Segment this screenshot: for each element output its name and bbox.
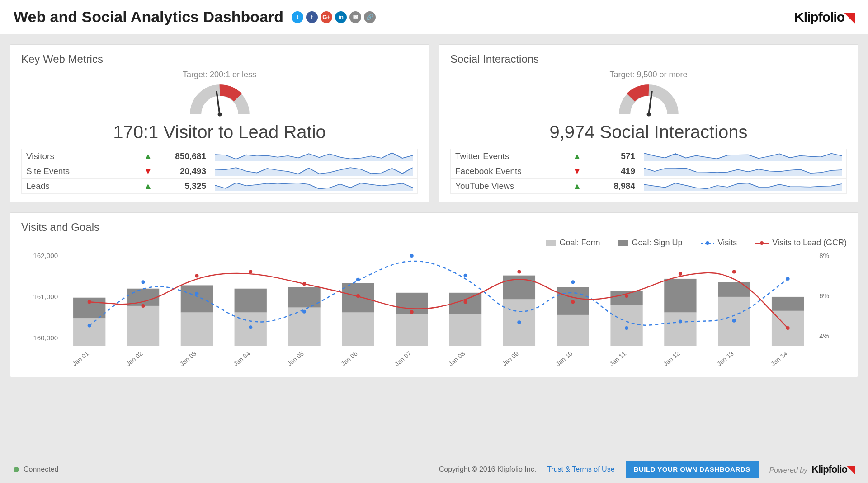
metric-label: Twitter Events [455, 151, 568, 161]
svg-point-65 [571, 280, 575, 284]
trend-up-icon: ▲ [144, 151, 152, 161]
metric-value: 5,325 [156, 181, 206, 191]
svg-text:Jan 07: Jan 07 [393, 350, 413, 367]
svg-point-79 [571, 300, 575, 304]
svg-rect-47 [664, 312, 696, 346]
svg-point-5 [706, 241, 709, 245]
trend-down-icon: ▼ [144, 166, 152, 176]
svg-text:Jan 01: Jan 01 [71, 350, 90, 367]
metric-row: Twitter Events ▲ 571 [450, 149, 847, 164]
svg-point-78 [517, 270, 521, 274]
metric-value: 419 [585, 166, 635, 176]
svg-rect-24 [235, 289, 267, 313]
svg-text:162,000: 162,000 [33, 252, 58, 259]
gauge-social [450, 82, 847, 118]
metric-row: YouTube Views ▲ 8,984 [450, 179, 847, 194]
legend-visits: Visits [701, 238, 737, 248]
metric-value: 850,681 [156, 151, 206, 161]
cta-button[interactable]: BUILD YOUR OWN DASHBOARDS [626, 461, 759, 478]
metric-label: Leads [26, 181, 139, 191]
copyright: Copyright © 2016 Klipfolio Inc. [439, 465, 536, 474]
trend-up-icon: ▲ [573, 181, 581, 191]
metric-label: Site Events [26, 166, 139, 176]
chart-legend: Goal: Form Goal: Sign Up Visits Visits t… [21, 238, 847, 248]
sparkline [644, 150, 842, 162]
terms-link[interactable]: Trust & Terms of Use [547, 465, 614, 474]
link-icon[interactable]: 🔗 [364, 11, 376, 23]
legend-goal-signup: Goal: Sign Up [618, 238, 683, 248]
svg-rect-21 [181, 285, 213, 312]
svg-text:Jan 02: Jan 02 [124, 350, 144, 367]
svg-text:Jan 08: Jan 08 [447, 350, 466, 367]
header: Web and Social Analytics Dashboard t f G… [0, 0, 868, 34]
metric-row: Visitors ▲ 850,681 [21, 149, 418, 164]
metric-label: Visitors [26, 151, 139, 161]
footer: Connected Copyright © 2016 Klipfolio Inc… [0, 455, 868, 483]
svg-rect-27 [288, 287, 320, 307]
metric-value: 571 [585, 151, 635, 161]
svg-text:Jan 09: Jan 09 [500, 350, 520, 367]
twitter-icon[interactable]: t [292, 11, 303, 23]
headline-metric: 170:1 Visitor to Lead Ratio [21, 122, 418, 142]
svg-text:Jan 10: Jan 10 [554, 350, 574, 367]
svg-point-1 [217, 113, 222, 117]
svg-point-69 [786, 277, 790, 281]
metric-rows: Visitors ▲ 850,681 Site Events ▼ 20,493 … [21, 149, 418, 194]
svg-rect-17 [127, 306, 159, 346]
svg-text:8%: 8% [819, 252, 829, 259]
card-title: Visits and Goals [21, 221, 847, 234]
svg-point-3 [646, 113, 651, 117]
email-icon[interactable]: ✉ [349, 11, 361, 23]
legend-goal-form: Goal: Form [546, 238, 600, 248]
metric-label: YouTube Views [455, 181, 568, 191]
svg-text:Jan 04: Jan 04 [232, 350, 251, 367]
metric-row: Leads ▲ 5,325 [21, 179, 418, 194]
svg-rect-51 [718, 282, 750, 297]
key-web-metrics-card: Key Web Metrics Target: 200:1 or less 17… [10, 44, 429, 202]
svg-point-57 [141, 280, 145, 284]
headline-metric: 9,974 Social Interactions [450, 122, 847, 142]
svg-point-63 [464, 274, 467, 277]
svg-point-59 [249, 325, 252, 329]
svg-rect-44 [610, 305, 642, 346]
page-title: Web and Social Analytics Dashboard [14, 8, 283, 26]
metric-value: 20,493 [156, 166, 206, 176]
trend-up-icon: ▲ [144, 181, 152, 191]
svg-rect-54 [772, 297, 804, 311]
svg-point-80 [625, 294, 628, 298]
svg-point-71 [141, 304, 145, 308]
svg-point-77 [464, 300, 467, 304]
svg-point-82 [732, 270, 736, 274]
metric-row: Facebook Events ▼ 419 [450, 164, 847, 179]
linkedin-icon[interactable]: in [335, 11, 347, 23]
powered-by: Powered by Klipfolio◥ [769, 464, 854, 475]
svg-text:Jan 03: Jan 03 [178, 350, 198, 367]
svg-text:6%: 6% [819, 292, 829, 300]
svg-rect-45 [610, 291, 642, 305]
svg-text:Jan 13: Jan 13 [716, 350, 735, 367]
svg-point-62 [410, 254, 414, 258]
svg-point-67 [679, 319, 682, 323]
svg-point-83 [786, 326, 790, 330]
svg-point-70 [88, 300, 91, 304]
svg-rect-41 [557, 315, 589, 346]
svg-rect-20 [181, 312, 213, 346]
svg-point-58 [195, 292, 198, 295]
trend-up-icon: ▲ [573, 151, 581, 161]
svg-rect-14 [73, 318, 105, 346]
svg-point-76 [410, 310, 414, 314]
google-plus-icon[interactable]: G+ [321, 11, 332, 23]
card-title: Key Web Metrics [21, 53, 418, 66]
facebook-icon[interactable]: f [306, 11, 318, 23]
visits-goals-chart: 160,000161,000162,0004%6%8%Jan 01Jan 02J… [21, 251, 847, 369]
gauge-target: Target: 9,500 or more [450, 70, 847, 80]
metric-label: Facebook Events [455, 166, 568, 176]
svg-point-73 [249, 270, 252, 274]
legend-gcr: Visits to Lead (GCR) [755, 238, 847, 248]
card-title: Social Interactions [450, 53, 847, 66]
svg-rect-48 [664, 279, 696, 313]
svg-point-64 [517, 320, 521, 324]
svg-text:160,000: 160,000 [33, 334, 58, 342]
trend-down-icon: ▼ [573, 166, 581, 176]
svg-text:Jan 06: Jan 06 [340, 350, 359, 367]
